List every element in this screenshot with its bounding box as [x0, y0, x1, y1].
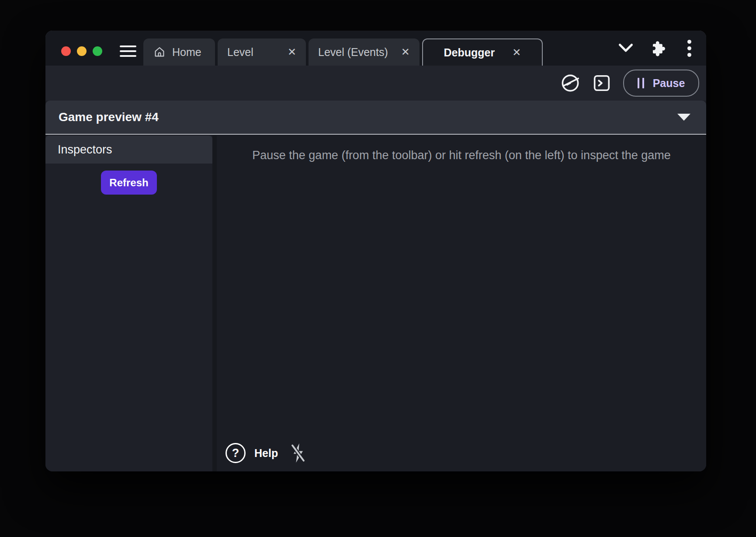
- debugger-content: Inspectors Refresh Pause the game (from …: [45, 136, 706, 471]
- panel-footer: ? Help: [225, 442, 308, 464]
- game-preview-title: Game preview #4: [59, 110, 159, 124]
- home-icon: [153, 45, 166, 59]
- traffic-lights: [61, 46, 102, 56]
- tab-level-events[interactable]: Level (Events) ✕: [309, 38, 420, 66]
- tab-level[interactable]: Level ✕: [218, 38, 306, 66]
- tab-label: Home: [172, 46, 201, 59]
- close-tab-icon[interactable]: ✕: [274, 47, 296, 57]
- pause-button[interactable]: Pause: [623, 70, 699, 97]
- inspectors-header-label: Inspectors: [58, 143, 112, 157]
- debugger-window: Home Level ✕ Level (Events) ✕ Debugger ✕: [45, 31, 706, 471]
- inspector-hint-message: Pause the game (from the toolbar) or hit…: [217, 136, 706, 162]
- refresh-button[interactable]: Refresh: [101, 171, 157, 195]
- tab-strip: Home Level ✕ Level (Events) ✕ Debugger ✕: [143, 38, 543, 66]
- dropdown-caret-icon: [677, 114, 690, 121]
- inspectors-header: Inspectors: [45, 136, 212, 164]
- tab-home[interactable]: Home: [143, 38, 215, 66]
- tab-debugger[interactable]: Debugger ✕: [422, 38, 543, 66]
- debugger-toolbar: Pause: [45, 66, 706, 101]
- game-preview-selector[interactable]: Game preview #4: [45, 101, 706, 135]
- help-button[interactable]: ? Help: [225, 443, 278, 463]
- chevron-down-icon[interactable]: [617, 43, 634, 53]
- sidebar-divider: [212, 136, 217, 471]
- close-tab-icon[interactable]: ✕: [495, 47, 521, 58]
- kebab-menu-icon[interactable]: [684, 36, 695, 60]
- close-window-button[interactable]: [61, 46, 71, 56]
- help-label: Help: [254, 447, 278, 460]
- zoom-window-button[interactable]: [93, 46, 102, 56]
- tab-label: Level (Events): [318, 46, 388, 59]
- tab-bar: Home Level ✕ Level (Events) ✕ Debugger ✕: [45, 31, 706, 66]
- tab-label: Debugger: [444, 46, 495, 59]
- help-question-icon: ?: [225, 443, 246, 463]
- flash-off-icon[interactable]: [288, 442, 308, 464]
- console-icon[interactable]: [592, 73, 612, 93]
- titlebar-actions: [617, 31, 695, 66]
- close-tab-icon[interactable]: ✕: [388, 47, 410, 57]
- tab-label: Level: [227, 46, 253, 59]
- pause-icon: [638, 78, 644, 88]
- pause-button-label: Pause: [653, 77, 685, 90]
- extensions-puzzle-icon[interactable]: [650, 39, 668, 57]
- minimize-window-button[interactable]: [77, 46, 87, 56]
- inspector-panel: Pause the game (from the toolbar) or hit…: [217, 136, 706, 471]
- hamburger-menu-icon[interactable]: [120, 45, 136, 57]
- inspectors-sidebar: Inspectors Refresh: [45, 136, 212, 471]
- profiler-gauge-icon[interactable]: [560, 73, 580, 93]
